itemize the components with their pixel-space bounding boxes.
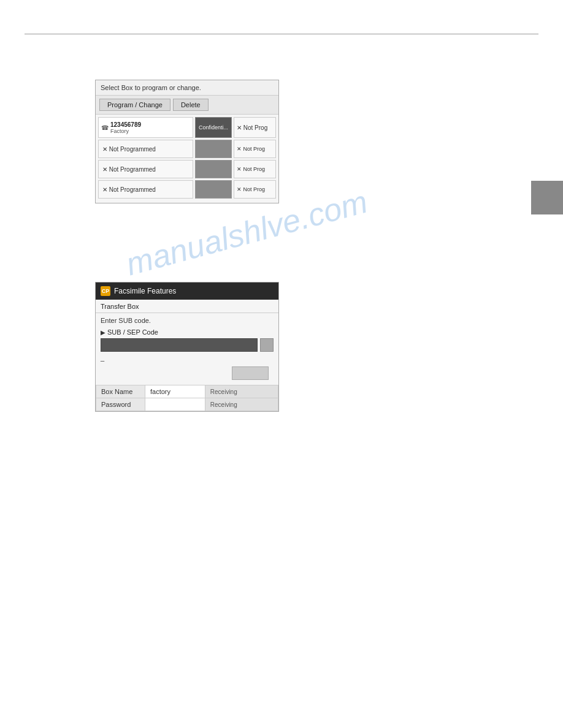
table-row-boxname: Box Name factory Receiving <box>96 385 278 398</box>
dialog2-section: Transfer Box <box>96 300 278 311</box>
not-programmed-row-1[interactable]: ✕ Not Programmed ✕ Not Prog <box>98 140 276 158</box>
x-icon: ✕ Not Prog <box>237 124 267 131</box>
dialog2-table: Box Name factory Receiving Password Rece… <box>96 385 278 411</box>
delete-button[interactable]: Delete <box>173 99 209 111</box>
not-prog-label-3: ✕ Not Programmed <box>98 180 193 199</box>
dialog2-divider-1 <box>96 313 278 313</box>
first-entry-row[interactable]: ☎ 123456789 Factory Confidenti... ✕ Not … <box>98 117 276 138</box>
entry-id: 123456789 <box>110 121 141 128</box>
confidential-badge: Confidenti... <box>195 117 232 138</box>
not-prog-label-2: ✕ Not Programmed <box>98 160 193 178</box>
not-programmed-row-2[interactable]: ✕ Not Programmed ✕ Not Prog <box>98 160 276 178</box>
not-prog-center-1 <box>195 140 232 158</box>
not-prog-center-2 <box>195 160 232 178</box>
dialog2-sub-sep-label: ▶ SUB / SEP Code <box>96 327 278 337</box>
program-change-button[interactable]: Program / Change <box>99 99 170 111</box>
dialog2-instruction: Enter SUB code. <box>96 314 278 327</box>
boxname-right: Receiving <box>205 385 278 398</box>
not-prog-right-3: ✕ Not Prog <box>234 180 276 199</box>
not-prog-right-1: ✕ Not Prog <box>234 140 276 158</box>
password-right: Receiving <box>205 398 278 411</box>
boxname-label: Box Name <box>96 385 145 398</box>
dialog1-title: Select Box to program or change. <box>96 80 278 96</box>
sub-sep-text: SUB / SEP Code <box>107 328 158 336</box>
dialog2: CP Facsimile Features Transfer Box Enter… <box>95 282 279 412</box>
not-prog-right-2: ✕ Not Prog <box>234 160 276 178</box>
not-programmed-row-3[interactable]: ✕ Not Programmed ✕ Not Prog <box>98 180 276 199</box>
sub-sep-input[interactable] <box>101 338 258 352</box>
dialog2-action-button[interactable] <box>232 366 269 380</box>
arrow-icon: ▶ <box>101 329 105 336</box>
entry-text: 123456789 Factory <box>110 121 141 134</box>
dialog1: Select Box to program or change. Program… <box>95 80 279 203</box>
not-prog-center-3 <box>195 180 232 199</box>
input-confirm-button[interactable] <box>260 338 274 352</box>
dialog2-input-row <box>96 337 278 353</box>
dialog2-cursor: _ <box>96 353 278 364</box>
entry-right-status: ✕ Not Prog <box>234 117 276 138</box>
password-value <box>145 398 205 411</box>
boxname-value: factory <box>145 385 205 398</box>
dialog2-title-text: Facsimile Features <box>114 287 176 295</box>
dialog1-content: ☎ 123456789 Factory Confidenti... ✕ Not … <box>96 115 278 203</box>
entry-box-item[interactable]: ☎ 123456789 Factory <box>98 117 193 138</box>
phone-icon: ☎ <box>101 124 109 131</box>
dialog2-icon: CP <box>101 286 110 296</box>
not-prog-label-1: ✕ Not Programmed <box>98 140 193 158</box>
entry-sub: Factory <box>110 128 141 134</box>
dialog1-toolbar: Program / Change Delete <box>96 96 278 115</box>
sidebar-block <box>531 181 563 214</box>
top-rule <box>25 34 538 34</box>
password-label: Password <box>96 398 145 411</box>
table-row-password: Password Receiving <box>96 398 278 411</box>
dialog2-title-bar: CP Facsimile Features <box>96 282 278 300</box>
